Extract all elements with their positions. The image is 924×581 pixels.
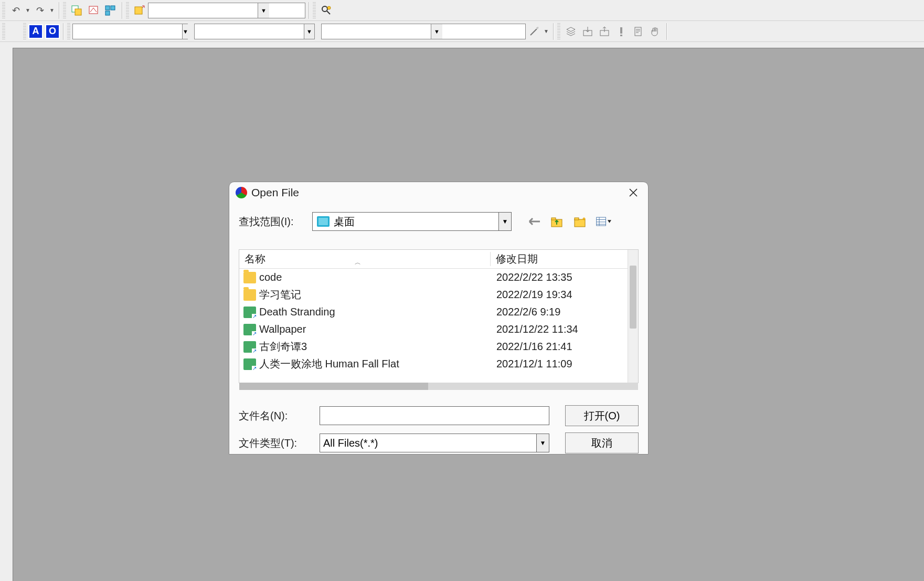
combo-a-caret[interactable]: ▼ <box>182 24 188 39</box>
combo-a-input[interactable] <box>73 24 182 39</box>
scrollbar-thumb[interactable] <box>630 266 636 329</box>
svg-rect-5 <box>105 11 110 15</box>
document-icon[interactable] <box>630 23 646 40</box>
filetype-combo[interactable]: All Files(*.*) ▼ <box>320 434 549 452</box>
toolbar-grip[interactable] <box>2 2 5 19</box>
main-combo[interactable]: ▼ <box>148 3 305 18</box>
file-name: 人类一败涂地 Human Fall Flat <box>259 357 491 371</box>
svg-point-7 <box>322 6 327 12</box>
toolbar-grip[interactable] <box>2 23 5 40</box>
svg-rect-15 <box>551 218 556 220</box>
badge-o[interactable]: O <box>45 24 60 39</box>
shortcut-icon <box>243 358 256 370</box>
vertical-scrollbar[interactable] <box>628 250 638 383</box>
svg-point-8 <box>327 6 331 9</box>
back-icon[interactable] <box>526 214 542 229</box>
file-date: 2022/1/16 21:41 <box>491 341 628 353</box>
column-name-label: 名称 <box>245 253 265 265</box>
undo-dropdown[interactable]: ▼ <box>24 7 31 13</box>
file-row[interactable]: 人类一败涂地 Human Fall Flat2021/12/1 11:09 <box>239 355 628 373</box>
hscroll-thumb[interactable] <box>239 383 428 390</box>
svg-rect-13 <box>635 27 641 36</box>
svg-rect-6 <box>135 7 142 14</box>
tool-button-3[interactable] <box>102 2 119 19</box>
toolbar-grip[interactable] <box>63 2 66 19</box>
svg-rect-16 <box>575 219 585 227</box>
shortcut-icon <box>243 341 256 353</box>
cancel-button[interactable]: 取消 <box>565 432 639 453</box>
dialog-title: Open File <box>251 186 299 199</box>
combo-b-caret[interactable]: ▼ <box>304 24 314 39</box>
main-combo-input[interactable] <box>148 3 258 18</box>
shortcut-icon <box>243 324 256 335</box>
toolbar-grip[interactable] <box>126 2 129 19</box>
close-button[interactable] <box>623 183 644 202</box>
svg-rect-12 <box>620 35 622 36</box>
combo-c-input[interactable] <box>322 24 431 39</box>
file-name: code <box>259 271 491 283</box>
redo-dropdown[interactable]: ▼ <box>48 7 56 13</box>
separator <box>553 23 554 40</box>
separator <box>309 2 310 19</box>
filename-input[interactable] <box>320 406 549 425</box>
filetype-value: All Files(*.*) <box>320 437 536 449</box>
horizontal-scrollbar[interactable] <box>239 383 638 390</box>
combo-c-caret[interactable]: ▼ <box>431 24 442 39</box>
alert-icon[interactable] <box>613 23 630 40</box>
svg-rect-17 <box>575 218 579 220</box>
main-combo-caret[interactable]: ▼ <box>258 3 269 18</box>
file-date: 2022/2/6 9:19 <box>491 306 628 318</box>
combo-c[interactable]: ▼ <box>321 24 526 39</box>
column-date[interactable]: 修改日期 <box>490 252 628 266</box>
file-name: Death Stranding <box>259 306 491 318</box>
hand-icon[interactable] <box>646 23 663 40</box>
separator <box>59 2 60 19</box>
import-icon[interactable] <box>579 23 596 40</box>
filetype-label: 文件类型(T): <box>239 436 312 450</box>
filename-label: 文件名(N): <box>239 409 312 423</box>
filetype-caret[interactable]: ▼ <box>536 434 549 452</box>
file-date: 2021/12/22 11:34 <box>491 323 628 335</box>
toolbar-row-2: A O ▼ ▼ ▼ ▼ <box>0 21 924 42</box>
file-row[interactable]: 学习笔记2022/2/19 19:34 <box>239 286 628 303</box>
dialog-titlebar[interactable]: Open File <box>229 182 648 203</box>
toolbar-grip[interactable] <box>557 23 560 40</box>
desktop-icon <box>317 216 330 227</box>
lookin-combo[interactable]: 桌面 ▼ <box>312 212 512 231</box>
file-name: 古剑奇谭3 <box>259 340 491 354</box>
combo-a[interactable]: ▼ <box>72 24 188 39</box>
column-headers[interactable]: 名称 ︿ 修改日期 <box>239 250 628 269</box>
toolbar-grip[interactable] <box>67 23 70 40</box>
undo-button[interactable]: ↶ <box>7 2 24 19</box>
redo-button[interactable]: ↷ <box>31 2 48 19</box>
tool-button-4[interactable] <box>131 2 148 19</box>
separator <box>122 2 123 19</box>
export-icon[interactable] <box>596 23 613 40</box>
svg-rect-2 <box>89 6 98 14</box>
file-list: 名称 ︿ 修改日期 code2022/2/22 13:35学习笔记2022/2/… <box>239 249 639 383</box>
open-button[interactable]: 打开(O) <box>565 405 639 426</box>
toolbar-grip[interactable] <box>23 23 26 40</box>
combo-b[interactable]: ▼ <box>194 24 315 39</box>
wand-button[interactable] <box>526 23 543 40</box>
file-row[interactable]: 古剑奇谭32022/1/16 21:41 <box>239 338 628 355</box>
tool-button-2[interactable] <box>85 2 102 19</box>
tool-button-1[interactable] <box>68 2 85 19</box>
file-row[interactable]: Death Stranding2022/2/6 9:19 <box>239 303 628 321</box>
column-name[interactable]: 名称 ︿ <box>239 252 490 266</box>
toolbar-row-1: ↶ ▼ ↷ ▼ ▼ <box>0 0 924 21</box>
lookin-caret[interactable]: ▼ <box>498 213 511 230</box>
up-folder-icon[interactable] <box>549 214 565 229</box>
find-button[interactable] <box>318 2 335 19</box>
svg-rect-3 <box>105 6 110 10</box>
toolbar-grip[interactable] <box>313 2 316 19</box>
file-name: 学习笔记 <box>259 288 491 302</box>
new-folder-icon[interactable] <box>572 214 588 229</box>
file-row[interactable]: Wallpaper2021/12/22 11:34 <box>239 321 628 338</box>
combo-b-input[interactable] <box>195 24 304 39</box>
wand-dropdown[interactable]: ▼ <box>543 28 550 34</box>
badge-a[interactable]: A <box>28 24 43 39</box>
layers-icon[interactable] <box>562 23 579 40</box>
file-row[interactable]: code2022/2/22 13:35 <box>239 269 628 286</box>
view-menu-icon[interactable] <box>596 214 611 229</box>
